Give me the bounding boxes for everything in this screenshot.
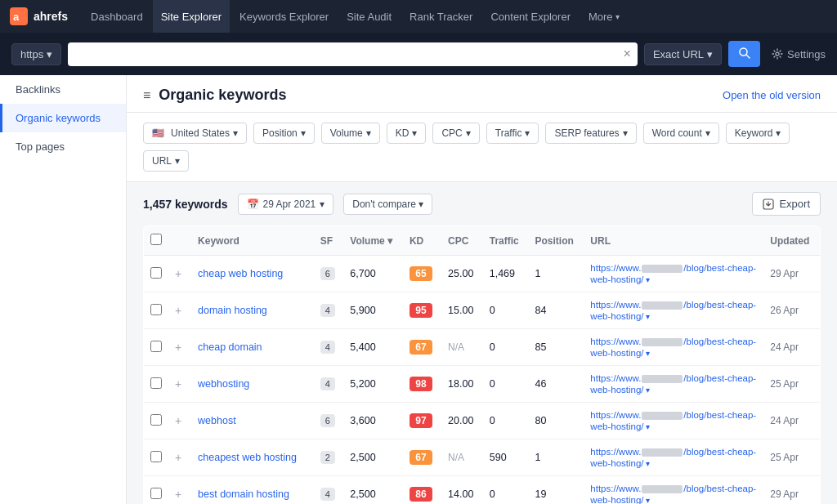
filter-url[interactable]: URL ▾ (143, 150, 189, 172)
keyword-link[interactable]: webhost (198, 415, 236, 426)
export-button[interactable]: Export (752, 192, 821, 216)
table-row: + webhosting 4 5,200 98 18.00 0 46 https… (144, 366, 821, 403)
select-all-checkbox[interactable] (150, 234, 162, 245)
row-checkbox[interactable] (150, 267, 162, 279)
add-icon[interactable]: + (175, 304, 181, 317)
cell-kd: 67 (403, 439, 441, 476)
logo: a ahrefs (10, 7, 68, 25)
main-content: ≡ Organic keywords Open the old version … (127, 75, 837, 504)
clear-icon[interactable]: × (624, 47, 631, 60)
header-url[interactable]: URL (584, 226, 763, 256)
row-checkbox[interactable] (150, 304, 162, 315)
compare-button[interactable]: Don't compare ▾ (343, 194, 432, 215)
cell-add: + (168, 403, 191, 439)
cell-volume: 2,500 (343, 439, 403, 476)
table-row: + cheapest web hosting 2 2,500 67 N/A 59… (144, 439, 821, 476)
cell-checkbox (144, 476, 169, 505)
table-wrap: Keyword SF Volume ▾ KD CPC Traffic Posit… (127, 225, 837, 504)
cell-kd: 97 (403, 403, 441, 439)
header-keyword[interactable]: Keyword (191, 226, 314, 256)
nav-keywords-explorer[interactable]: Keywords Explorer (231, 0, 337, 33)
sidebar-item-backlinks[interactable]: Backlinks (0, 75, 126, 104)
filter-keyword[interactable]: Keyword ▾ (726, 123, 790, 144)
add-icon[interactable]: + (175, 377, 181, 390)
add-icon[interactable]: + (175, 267, 181, 280)
hamburger-icon[interactable]: ≡ (143, 88, 150, 103)
row-checkbox[interactable] (150, 341, 162, 352)
nav-rank-tracker[interactable]: Rank Tracker (401, 0, 481, 33)
cell-url[interactable]: https://www./blog/best-cheap-web-hosting… (584, 403, 763, 439)
header-kd[interactable]: KD (403, 226, 441, 256)
row-checkbox[interactable] (150, 377, 162, 389)
row-checkbox[interactable] (150, 488, 162, 499)
cell-cpc: 14.00 (441, 476, 483, 505)
cell-updated: 26 Apr (763, 292, 820, 329)
cell-url[interactable]: https://www./blog/best-cheap-web-hosting… (584, 476, 763, 505)
header-position[interactable]: Position (528, 226, 584, 256)
row-checkbox[interactable] (150, 451, 162, 462)
top-nav: a ahrefs Dashboard Site Explorer Keyword… (0, 0, 837, 33)
header-volume[interactable]: Volume ▾ (343, 226, 403, 256)
search-bar: https ▾ × Exact URL ▾ Settings (0, 33, 837, 75)
sidebar-item-organic-keywords[interactable]: Organic keywords (0, 104, 126, 132)
add-icon[interactable]: + (175, 341, 181, 354)
date-button[interactable]: 📅 29 Apr 2021 ▾ (238, 194, 334, 215)
cell-url[interactable]: https://www./blog/best-cheap-web-hosting… (584, 256, 763, 292)
cell-keyword: webhosting (191, 366, 314, 403)
cell-updated: 24 Apr (763, 403, 820, 439)
cell-traffic: 0 (483, 329, 529, 366)
keyword-link[interactable]: cheap domain (198, 341, 262, 353)
settings-button[interactable]: Settings (772, 48, 826, 60)
cell-url[interactable]: https://www./blog/best-cheap-web-hosting… (584, 292, 763, 329)
table-row: + webhost 6 3,600 97 20.00 0 80 https://… (144, 403, 821, 439)
header-updated[interactable]: Updated (763, 226, 820, 256)
search-input[interactable] (68, 42, 638, 66)
filter-word-count[interactable]: Word count ▾ (643, 123, 719, 144)
search-button[interactable] (728, 41, 760, 67)
nav-site-audit[interactable]: Site Audit (338, 0, 400, 33)
filter-cpc[interactable]: CPC ▾ (432, 123, 479, 144)
sidebar-item-top-pages[interactable]: Top pages (0, 132, 126, 161)
filter-volume[interactable]: Volume ▾ (321, 123, 380, 144)
keyword-link[interactable]: cheap web hosting (198, 268, 283, 279)
keyword-link[interactable]: domain hosting (198, 305, 267, 316)
old-version-link[interactable]: Open the old version (723, 89, 821, 101)
filter-traffic[interactable]: Traffic ▾ (486, 123, 539, 144)
keyword-link[interactable]: webhosting (198, 378, 249, 390)
filter-position[interactable]: Position ▾ (253, 123, 315, 144)
row-checkbox[interactable] (150, 414, 162, 426)
filter-kd[interactable]: KD ▾ (387, 123, 427, 144)
cell-url[interactable]: https://www./blog/best-cheap-web-hosting… (584, 329, 763, 366)
add-icon[interactable]: + (175, 451, 181, 464)
add-icon[interactable]: + (175, 414, 181, 427)
cell-add: + (168, 292, 191, 329)
exact-url-button[interactable]: Exact URL ▾ (644, 43, 722, 65)
protocol-button[interactable]: https ▾ (11, 43, 61, 65)
filter-country[interactable]: 🇺🇸 United States ▾ (143, 123, 247, 144)
cell-sf: 4 (314, 476, 344, 505)
keyword-link[interactable]: best domain hosting (198, 488, 289, 500)
nav-dashboard[interactable]: Dashboard (83, 0, 151, 33)
add-icon[interactable]: + (175, 488, 181, 501)
filter-serp-features[interactable]: SERP features ▾ (545, 123, 636, 144)
cell-url[interactable]: https://www./blog/best-cheap-web-hosting… (584, 366, 763, 403)
cell-sf: 4 (314, 366, 344, 403)
nav-more[interactable]: More ▾ (580, 0, 628, 33)
cell-sf: 4 (314, 329, 344, 366)
export-icon (763, 198, 774, 210)
cell-url[interactable]: https://www./blog/best-cheap-web-hosting… (584, 439, 763, 476)
nav-content-explorer[interactable]: Content Explorer (482, 0, 579, 33)
cell-updated: 25 Apr (763, 439, 820, 476)
cell-add: + (168, 256, 191, 292)
cell-kd: 67 (403, 329, 441, 366)
header-traffic[interactable]: Traffic (483, 226, 529, 256)
search-input-wrap: × (68, 42, 638, 66)
cell-traffic: 0 (483, 292, 529, 329)
header-cpc[interactable]: CPC (441, 226, 483, 256)
cell-add: + (168, 329, 191, 366)
cell-keyword: cheap domain (191, 329, 314, 366)
cell-cpc: 25.00 (441, 256, 483, 292)
nav-site-explorer[interactable]: Site Explorer (153, 0, 230, 33)
header-sf[interactable]: SF (314, 226, 344, 256)
keyword-link[interactable]: cheapest web hosting (198, 452, 297, 463)
